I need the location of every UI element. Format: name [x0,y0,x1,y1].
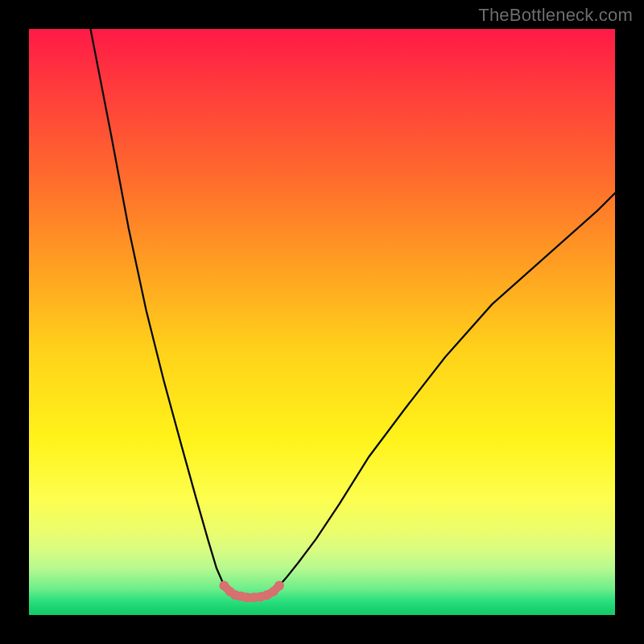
watermark-text: TheBottleneck.com [478,5,633,26]
curve-group [90,29,615,597]
marker-group [219,581,283,603]
chart-frame: TheBottleneck.com [0,0,644,644]
bottleneck-curve [90,29,615,597]
plot-area [29,29,615,615]
valley-marker [275,581,284,591]
curve-svg [29,29,615,615]
